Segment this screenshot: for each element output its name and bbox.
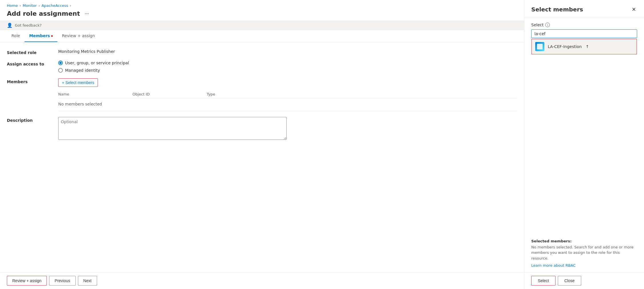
result-icon: [535, 42, 544, 51]
col-objectid-header: Object ID: [132, 92, 195, 96]
selected-members-desc: No members selected. Search for and add …: [531, 244, 637, 261]
col-name-header: Name: [58, 92, 121, 96]
spacer: [531, 55, 637, 234]
ellipsis-button[interactable]: ···: [83, 10, 90, 17]
selected-role-label: Selected role: [7, 49, 58, 55]
side-panel-footer: Select Close: [524, 272, 644, 289]
radio-managed-label: Managed identity: [65, 68, 100, 73]
search-input[interactable]: [531, 29, 637, 38]
rbac-link[interactable]: Learn more about RBAC: [531, 263, 576, 268]
form-area: Selected role Monitoring Metrics Publish…: [0, 42, 524, 272]
page-title: Add role assignment: [7, 10, 80, 17]
breadcrumb-home[interactable]: Home: [7, 3, 18, 8]
radio-group: User, group, or service principal Manage…: [58, 61, 517, 73]
select-members-button[interactable]: + Select members: [58, 78, 98, 87]
feedback-label[interactable]: Got feedback?: [15, 23, 42, 27]
side-panel-header: Select members ✕: [524, 0, 644, 18]
panel-select-button[interactable]: Select: [531, 276, 556, 286]
result-name: LA-CEF-Ingestion: [548, 44, 582, 49]
feedback-bar: 👤 Got feedback?: [0, 21, 524, 30]
tab-review-assign[interactable]: Review + assign: [57, 30, 99, 42]
description-value: [58, 117, 517, 141]
select-label: Select: [531, 23, 544, 27]
tab-role[interactable]: Role: [7, 30, 25, 42]
breadcrumb-sep-1: ›: [19, 4, 21, 8]
members-table: Name Object ID Type No members selected: [58, 90, 517, 111]
cursor-indicator: ↑: [586, 44, 589, 49]
search-dropdown: LA-CEF-Ingestion ↑: [531, 39, 637, 55]
description-row: Description: [7, 117, 517, 141]
panel-close-button[interactable]: Close: [558, 276, 581, 286]
breadcrumb-sep-3: ›: [70, 4, 71, 8]
members-label: Members: [7, 78, 58, 84]
tab-members[interactable]: Members: [25, 30, 57, 42]
breadcrumb-sep-2: ›: [39, 4, 40, 8]
info-icon[interactable]: i: [545, 23, 550, 27]
description-label: Description: [7, 117, 58, 123]
radio-user-circle: [58, 61, 63, 65]
page-header: Add role assignment ···: [0, 9, 524, 21]
members-dot-indicator: [51, 35, 53, 37]
select-label-row: Select i: [531, 23, 637, 27]
selected-role-value: Monitoring Metrics Publisher: [58, 49, 517, 54]
assign-access-row: Assign access to User, group, or service…: [7, 61, 517, 73]
radio-user-label: User, group, or service principal: [65, 61, 129, 65]
selected-members-section: Selected members: No members selected. S…: [531, 239, 637, 268]
result-icon-inner: [537, 44, 543, 49]
description-textarea[interactable]: [58, 117, 287, 140]
assign-access-label: Assign access to: [7, 61, 58, 66]
main-content: Home › Monitor › ApacheAccess › Add role…: [0, 0, 524, 289]
side-panel: Select members ✕ Select i LA-CEF-Ingesti…: [524, 0, 644, 289]
tabs-container: Role Members Review + assign: [0, 30, 524, 42]
selected-members-title: Selected members:: [531, 239, 637, 243]
members-value: + Select members Name Object ID Type No …: [58, 78, 517, 111]
previous-button[interactable]: Previous: [49, 276, 75, 286]
side-panel-body: Select i LA-CEF-Ingestion ↑ Selected mem…: [524, 18, 644, 272]
members-table-header: Name Object ID Type: [58, 90, 517, 98]
assign-access-value: User, group, or service principal Manage…: [58, 61, 517, 73]
members-divider: [58, 111, 517, 111]
next-button[interactable]: Next: [78, 276, 97, 286]
close-panel-button[interactable]: ✕: [631, 6, 637, 13]
action-bar: Review + assign Previous Next: [0, 272, 524, 289]
breadcrumb-monitor[interactable]: Monitor: [23, 3, 37, 8]
side-panel-title: Select members: [531, 6, 583, 13]
search-result-la-cef[interactable]: LA-CEF-Ingestion ↑: [532, 39, 637, 54]
feedback-person-icon: 👤: [7, 23, 13, 28]
breadcrumb-apacheaccess[interactable]: ApacheAccess: [41, 3, 68, 8]
radio-user-principal[interactable]: User, group, or service principal: [58, 61, 517, 65]
no-members-text: No members selected: [58, 98, 517, 110]
review-assign-button[interactable]: Review + assign: [7, 276, 47, 286]
radio-managed-identity[interactable]: Managed identity: [58, 68, 517, 73]
selected-role-row: Selected role Monitoring Metrics Publish…: [7, 49, 517, 55]
members-row: Members + Select members Name Object ID …: [7, 78, 517, 111]
radio-managed-circle: [58, 68, 63, 73]
col-type-header: Type: [207, 92, 241, 96]
breadcrumb: Home › Monitor › ApacheAccess ›: [0, 0, 524, 9]
